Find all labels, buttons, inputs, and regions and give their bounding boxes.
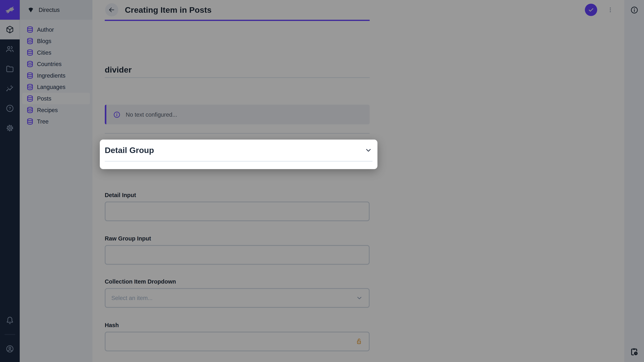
app-window: ? Directus (0, 0, 644, 362)
detail-group-header[interactable]: Detail Group (105, 140, 372, 161)
chevron-down-icon (364, 146, 372, 154)
detail-group-title: Detail Group (105, 145, 154, 155)
detail-group-card: Detail Group (100, 140, 378, 169)
detail-group-rule (105, 161, 372, 162)
dim-overlay (0, 0, 644, 362)
